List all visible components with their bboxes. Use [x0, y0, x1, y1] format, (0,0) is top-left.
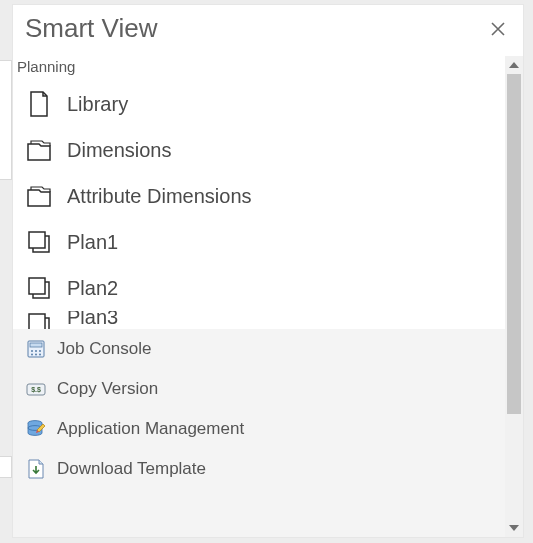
- panel-body: Planning Library Dimensions Attribute Di…: [13, 56, 523, 537]
- action-copy-version[interactable]: $.$ Copy Version: [13, 369, 523, 409]
- tree-item-dimensions[interactable]: Dimensions: [13, 127, 523, 173]
- tree-item-label: Plan3: [53, 311, 118, 323]
- scroll-down-icon[interactable]: [505, 519, 523, 537]
- svg-point-11: [31, 354, 33, 356]
- folder-stack-icon: [25, 182, 53, 210]
- svg-point-12: [35, 354, 37, 356]
- action-item-label: Job Console: [47, 339, 152, 359]
- tree-item-label: Library: [53, 93, 128, 116]
- svg-point-9: [35, 350, 37, 352]
- panel-title: Smart View: [25, 13, 157, 44]
- action-item-label: Application Management: [47, 419, 244, 439]
- smart-view-panel: Smart View Planning Library Dimensions: [12, 4, 524, 538]
- tree-item-plan1[interactable]: Plan1: [13, 219, 523, 265]
- svg-rect-1: [29, 232, 45, 248]
- svg-rect-5: [29, 314, 45, 329]
- tree-item-plan2[interactable]: Plan2: [13, 265, 523, 311]
- panel-header: Smart View: [13, 5, 523, 56]
- tree-list: Library Dimensions Attribute Dimensions …: [13, 81, 523, 329]
- svg-point-8: [31, 350, 33, 352]
- action-job-console[interactable]: Job Console: [13, 329, 523, 369]
- action-application-management[interactable]: Application Management: [13, 409, 523, 449]
- cube-stack-icon: [25, 274, 53, 302]
- tree-item-label: Attribute Dimensions: [53, 185, 252, 208]
- svg-rect-7: [30, 343, 42, 347]
- svg-text:$.$: $.$: [31, 386, 41, 394]
- database-edit-icon: [25, 418, 47, 440]
- cube-stack-icon: [25, 228, 53, 256]
- calculator-icon: [25, 338, 47, 360]
- scrollbar-rail: [505, 56, 523, 537]
- folder-stack-icon: [25, 136, 53, 164]
- action-item-label: Download Template: [47, 459, 206, 479]
- external-ui-fragment: [0, 456, 12, 478]
- tree-item-label: Plan2: [53, 277, 118, 300]
- document-icon: [25, 90, 53, 118]
- svg-point-10: [39, 350, 41, 352]
- action-download-template[interactable]: Download Template: [13, 449, 523, 489]
- cube-stack-icon: [25, 311, 53, 329]
- tree-item-label: Plan1: [53, 231, 118, 254]
- tree-item-plan3[interactable]: Plan3: [13, 311, 523, 329]
- svg-rect-3: [29, 278, 45, 294]
- tree-item-library[interactable]: Library: [13, 81, 523, 127]
- tree-item-attribute-dimensions[interactable]: Attribute Dimensions: [13, 173, 523, 219]
- scroll-up-icon[interactable]: [505, 56, 523, 74]
- download-document-icon: [25, 458, 47, 480]
- external-ui-fragment: [0, 60, 12, 180]
- action-item-label: Copy Version: [47, 379, 158, 399]
- close-icon[interactable]: [487, 20, 509, 38]
- copy-version-icon: $.$: [25, 378, 47, 400]
- svg-point-13: [39, 354, 41, 356]
- scrollbar-thumb[interactable]: [507, 74, 521, 414]
- actions-list: Job Console $.$ Copy Version Application…: [13, 329, 523, 537]
- tree-item-label: Dimensions: [53, 139, 171, 162]
- section-label-planning: Planning: [13, 56, 523, 81]
